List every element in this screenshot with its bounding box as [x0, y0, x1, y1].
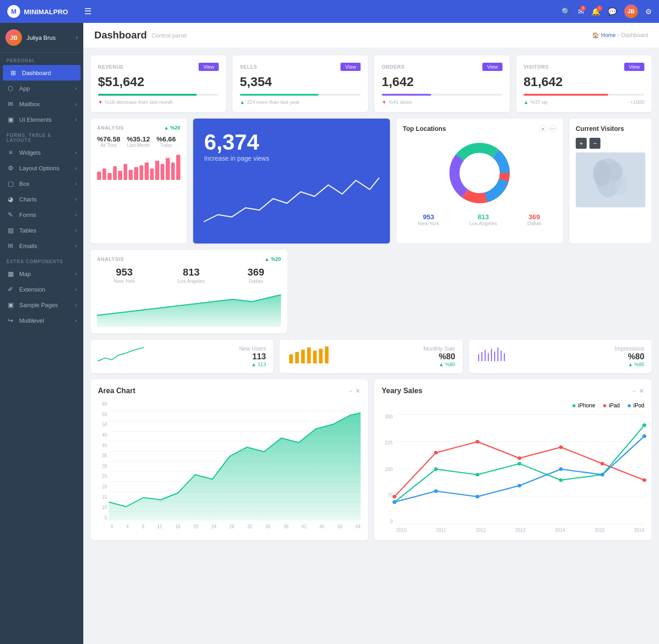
- map-zoom-in-btn[interactable]: +: [576, 138, 587, 149]
- analysis2-dallas-city: Dallas: [248, 278, 265, 284]
- sidebar-item-sample-pages[interactable]: ▣ Sample Pages ›: [0, 297, 83, 313]
- analysis-alltime-value: %76.58: [97, 135, 120, 143]
- monthly-sale-chart: [287, 345, 423, 368]
- analysis-bar-14: [171, 162, 175, 180]
- layout-icon: ⚙: [6, 164, 15, 172]
- area-chart-controls: − ✕: [349, 387, 361, 395]
- search-icon[interactable]: 🔍: [562, 7, 571, 16]
- analysis-card2: ANALYSIS ▲ %20 953 New York 813 Los Ange…: [91, 250, 287, 333]
- yearly-sales-title: Yeary Sales: [382, 387, 422, 395]
- avatar[interactable]: JB: [624, 5, 638, 18]
- impressions-card: Impressions %80 ▲ %80: [469, 340, 652, 373]
- monthly-sale-info: Monthly Sale %80 ▲ %80: [423, 346, 455, 367]
- analysis-bar-10: [150, 168, 154, 180]
- svg-point-58: [475, 495, 480, 498]
- monthly-sale-value: %80: [423, 352, 455, 362]
- sells-view-btn[interactable]: View: [340, 63, 361, 71]
- sidebar-label-widgets: Widgets: [19, 149, 71, 156]
- sidebar-item-forms[interactable]: ✎ Forms ›: [0, 207, 83, 222]
- analysis-trend: ▲ %20: [164, 125, 180, 130]
- visitors-view-btn[interactable]: View: [624, 63, 644, 71]
- analysis2-ny-value: 953: [113, 266, 135, 278]
- sidebar-item-box[interactable]: ▢ Box ›: [0, 176, 83, 191]
- yearly-sales-minimize-btn[interactable]: −: [632, 387, 636, 395]
- tables-chevron-icon: ›: [76, 228, 77, 233]
- area-chart-minimize-btn[interactable]: −: [349, 387, 352, 395]
- area-chart-close-btn[interactable]: ✕: [355, 387, 361, 395]
- emails-icon: ✉: [6, 242, 15, 249]
- yearly-chart-container: 300225150750: [382, 414, 644, 526]
- analysis2-chart: [97, 290, 281, 327]
- gear-icon[interactable]: ⚙: [645, 7, 652, 16]
- sidebar-item-map[interactable]: ▦ Map ›: [0, 266, 83, 281]
- svg-point-51: [475, 440, 480, 444]
- revenue-value: $51,642: [98, 75, 219, 89]
- sidebar-item-ui-elements[interactable]: ▣ UI Elements ›: [0, 112, 83, 127]
- yearly-sales-close-btn[interactable]: ✕: [639, 387, 644, 395]
- sidebar-item-tables[interactable]: ▤ Tables ›: [0, 222, 83, 238]
- revenue-view-btn[interactable]: View: [199, 63, 219, 71]
- breadcrumb-current: Dashboard: [621, 32, 648, 38]
- charts-chevron-icon: ›: [76, 197, 77, 202]
- sidebar-item-extension[interactable]: ✐ Extension ›: [0, 281, 83, 297]
- sidebar-user[interactable]: JB Juliya Brus ›: [0, 23, 83, 53]
- big-blue-label: Increase in page views: [204, 155, 379, 162]
- hamburger-icon[interactable]: ☰: [84, 6, 92, 16]
- analysis-card: ANALYSIS ▲ %20 %76.58 All Time %35.12 La…: [91, 119, 187, 244]
- legend-ipod: ●iPod: [627, 401, 644, 410]
- email-icon[interactable]: ✉3: [578, 7, 584, 16]
- map-zoom-out-btn[interactable]: −: [589, 138, 600, 149]
- sidebar-label-extension: Extension: [19, 286, 71, 293]
- top-nav: M MINIMALPRO ☰ 🔍 ✉3 🔔! 💬 JB ⚙: [0, 0, 659, 23]
- sidebar-label-box: Box: [19, 180, 71, 187]
- new-users-info: New Users 113 ▲ 113: [239, 346, 266, 367]
- monthly-sale-card: Monthly Sale %80 ▲ %80: [280, 340, 462, 373]
- bell-icon[interactable]: 🔔!: [591, 7, 600, 16]
- sidebar-label-dashboard: Dashboard: [22, 70, 74, 76]
- analysis-stat-today: %6.66 Today: [157, 135, 176, 148]
- locations-dots-icon[interactable]: ⋯: [549, 125, 556, 132]
- current-visitors-title: Current Visitors: [576, 125, 645, 132]
- analysis2-dallas-value: 369: [248, 266, 265, 278]
- box-icon: ▢: [6, 180, 15, 187]
- analysis-stat-lastmonth: %35.12 Last Month: [127, 135, 150, 148]
- donut-chart: [403, 139, 556, 207]
- sidebar-item-layout[interactable]: ⚙ Layout Options ›: [0, 160, 83, 176]
- legend-dallas-value: 369: [527, 213, 541, 221]
- legend-dallas-label: Dallas: [527, 221, 541, 226]
- sidebar-item-mailbox[interactable]: ✉ Mailbox ›: [0, 96, 83, 112]
- visitors-value: 81,642: [524, 75, 644, 89]
- monthly-sale-trend: ▲ %80: [423, 362, 455, 367]
- svg-rect-14: [319, 349, 323, 363]
- visitors-card: VISITORS View 81,642 ▲ %37 up +1000: [516, 55, 652, 112]
- extension-icon: ✐: [6, 286, 15, 293]
- sidebar-label-multilevel: Multilevel: [19, 317, 71, 324]
- orders-footer-text: %41 down: [389, 99, 412, 105]
- new-users-card: New Users 113 ▲ 113: [91, 340, 273, 373]
- analysis-bars: [97, 152, 180, 180]
- big-blue-value: 6,374: [204, 130, 379, 155]
- locations-legend: 953 New York 813 Los Angeles 369 Dallas: [403, 213, 556, 226]
- area-chart-container: 60555045403530252015105: [98, 401, 361, 529]
- new-users-value: 113: [239, 352, 266, 362]
- sidebar-item-app[interactable]: ⬡ App ›: [0, 81, 83, 96]
- svg-point-45: [518, 462, 522, 465]
- bottom-row: Area Chart − ✕ 60555045403530252015105: [91, 379, 652, 540]
- breadcrumb-home-link[interactable]: Home: [601, 32, 616, 38]
- sidebar-item-dashboard[interactable]: ⊞ Dashboard: [3, 65, 81, 81]
- locations-circle-icon[interactable]: ○: [539, 125, 546, 132]
- svg-point-54: [600, 462, 605, 465]
- sidebar-item-widgets[interactable]: ≡ Widgets ›: [0, 145, 83, 160]
- orders-view-btn[interactable]: View: [482, 63, 502, 71]
- chat-icon[interactable]: 💬: [608, 7, 617, 16]
- orders-label: ORDERS: [382, 64, 405, 70]
- page-header-left: Dashboard Control panel: [94, 29, 187, 41]
- sidebar-label-app: App: [19, 85, 71, 92]
- sells-value: 5,354: [240, 75, 361, 89]
- sidebar-item-charts[interactable]: ◕ Charts ›: [0, 191, 83, 207]
- revenue-trend-icon: ▼: [98, 99, 103, 105]
- sidebar-item-emails[interactable]: ✉ Emails ›: [0, 238, 83, 254]
- sidebar-item-multilevel[interactable]: ↪ Multilevel ›: [0, 313, 83, 328]
- svg-point-52: [518, 456, 522, 460]
- monthly-sale-label: Monthly Sale: [423, 346, 455, 352]
